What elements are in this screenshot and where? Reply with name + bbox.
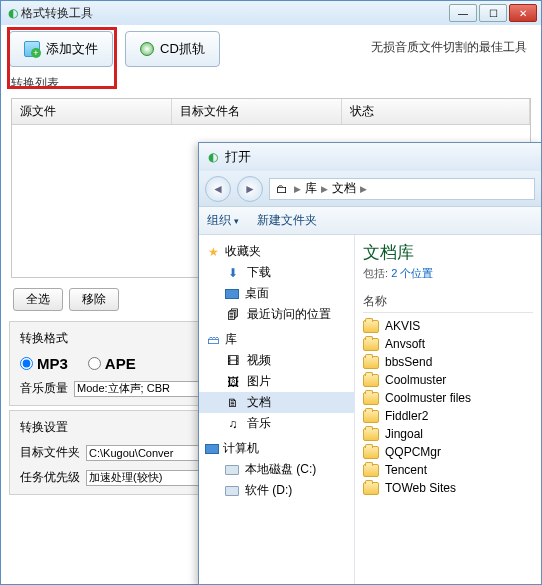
file-name: Fiddler2 xyxy=(385,409,428,423)
tree-videos[interactable]: 🎞视频 xyxy=(199,350,354,371)
computer-icon xyxy=(205,444,219,454)
library-title: 文档库 xyxy=(363,241,533,264)
add-file-icon xyxy=(24,41,40,57)
target-label: 目标文件夹 xyxy=(20,444,80,461)
file-pane: 文档库 包括: 2 个位置 名称 AKVISAnvsoftbbsSendCool… xyxy=(355,235,541,584)
star-icon: ★ xyxy=(205,244,221,260)
app-icon: ◐ xyxy=(5,5,21,21)
folder-icon xyxy=(363,482,379,495)
cd-rip-label: CD抓轨 xyxy=(160,40,205,58)
tree-pictures[interactable]: 🖼图片 xyxy=(199,371,354,392)
add-file-button[interactable]: 添加文件 xyxy=(9,31,113,67)
folder-icon xyxy=(363,428,379,441)
dialog-titlebar: ◐ 打开 xyxy=(199,143,541,171)
file-item[interactable]: TOWeb Sites xyxy=(363,479,533,497)
file-name: TOWeb Sites xyxy=(385,481,456,495)
titlebar: ◐ 格式转换工具 — ☐ ✕ xyxy=(1,1,541,25)
list-header: 源文件 目标文件名 状态 xyxy=(12,99,530,125)
chevron-icon: ▶ xyxy=(321,184,328,194)
document-icon: 🗎 xyxy=(225,395,241,411)
select-all-button[interactable]: 全选 xyxy=(13,288,63,311)
add-file-label: 添加文件 xyxy=(46,40,98,58)
tree-downloads[interactable]: ⬇下载 xyxy=(199,262,354,283)
file-item[interactable]: Coolmuster xyxy=(363,371,533,389)
file-item[interactable]: AKVIS xyxy=(363,317,533,335)
dialog-nav: ◄ ► 🗀 ▶ 库 ▶ 文档 ▶ xyxy=(199,171,541,207)
disk-icon xyxy=(225,465,239,475)
nav-tree: ★收藏夹 ⬇下载 桌面 🗐最近访问的位置 🗃库 🎞视频 🖼图片 🗎文档 ♫音乐 … xyxy=(199,235,355,584)
new-folder-button[interactable]: 新建文件夹 xyxy=(257,212,317,229)
folder-icon xyxy=(363,320,379,333)
radio-ape-input[interactable] xyxy=(88,357,101,370)
breadcrumb[interactable]: 🗀 ▶ 库 ▶ 文档 ▶ xyxy=(269,178,535,200)
tree-favorites[interactable]: ★收藏夹 xyxy=(199,241,354,262)
radio-mp3-input[interactable] xyxy=(20,357,33,370)
file-item[interactable]: QQPCMgr xyxy=(363,443,533,461)
file-item[interactable]: bbsSend xyxy=(363,353,533,371)
locations-link[interactable]: 2 个位置 xyxy=(391,267,433,279)
file-item[interactable]: Coolmuster files xyxy=(363,389,533,407)
file-item[interactable]: Fiddler2 xyxy=(363,407,533,425)
quality-label: 音乐质量 xyxy=(20,380,68,397)
file-list: AKVISAnvsoftbbsSendCoolmusterCoolmuster … xyxy=(363,317,533,497)
col-name-header[interactable]: 名称 xyxy=(363,291,533,313)
folder-icon xyxy=(363,392,379,405)
tree-computer[interactable]: 计算机 xyxy=(199,438,354,459)
col-status[interactable]: 状态 xyxy=(342,99,530,124)
file-item[interactable]: Tencent xyxy=(363,461,533,479)
folder-icon xyxy=(363,374,379,387)
chevron-icon: ▶ xyxy=(360,184,367,194)
organize-button[interactable]: 组织 xyxy=(207,212,239,229)
file-item[interactable]: Jingoal xyxy=(363,425,533,443)
tree-documents[interactable]: 🗎文档 xyxy=(199,392,354,413)
dialog-body: ★收藏夹 ⬇下载 桌面 🗐最近访问的位置 🗃库 🎞视频 🖼图片 🗎文档 ♫音乐 … xyxy=(199,235,541,584)
download-icon: ⬇ xyxy=(225,265,241,281)
nav-fwd-button[interactable]: ► xyxy=(237,176,263,202)
music-icon: ♫ xyxy=(225,416,241,432)
library-subtitle: 包括: 2 个位置 xyxy=(363,266,533,281)
remove-button[interactable]: 移除 xyxy=(69,288,119,311)
maximize-button[interactable]: ☐ xyxy=(479,4,507,22)
file-item[interactable]: Anvsoft xyxy=(363,335,533,353)
dialog-app-icon: ◐ xyxy=(205,149,221,165)
file-name: Jingoal xyxy=(385,427,423,441)
close-button[interactable]: ✕ xyxy=(509,4,537,22)
bc-current[interactable]: 文档 xyxy=(332,180,356,197)
tree-music[interactable]: ♫音乐 xyxy=(199,413,354,434)
cd-rip-button[interactable]: CD抓轨 xyxy=(125,31,220,67)
file-name: Coolmuster files xyxy=(385,391,471,405)
folder-icon: 🗀 xyxy=(274,181,290,197)
recent-icon: 🗐 xyxy=(225,307,241,323)
folder-icon xyxy=(363,464,379,477)
dialog-toolbar: 组织 新建文件夹 xyxy=(199,207,541,235)
file-name: bbsSend xyxy=(385,355,432,369)
window-title: 格式转换工具 xyxy=(21,5,447,22)
video-icon: 🎞 xyxy=(225,353,241,369)
tree-desktop[interactable]: 桌面 xyxy=(199,283,354,304)
folder-icon xyxy=(363,356,379,369)
desktop-icon xyxy=(225,289,239,299)
col-source[interactable]: 源文件 xyxy=(12,99,172,124)
dialog-title: 打开 xyxy=(221,148,535,166)
tree-soft-d[interactable]: 软件 (D:) xyxy=(199,480,354,501)
nav-back-button[interactable]: ◄ xyxy=(205,176,231,202)
tree-recent[interactable]: 🗐最近访问的位置 xyxy=(199,304,354,325)
tree-library[interactable]: 🗃库 xyxy=(199,329,354,350)
chevron-icon: ▶ xyxy=(294,184,301,194)
col-target[interactable]: 目标文件名 xyxy=(172,99,342,124)
file-name: Coolmuster xyxy=(385,373,446,387)
quality-input[interactable] xyxy=(74,381,218,397)
library-icon: 🗃 xyxy=(205,332,221,348)
file-name: Anvsoft xyxy=(385,337,425,351)
bc-root[interactable]: 库 xyxy=(305,180,317,197)
list-label: 转换列表 xyxy=(1,73,541,94)
radio-ape[interactable]: APE xyxy=(88,355,136,372)
radio-mp3[interactable]: MP3 xyxy=(20,355,68,372)
cd-icon xyxy=(140,42,154,56)
folder-icon xyxy=(363,410,379,423)
priority-label: 任务优先级 xyxy=(20,469,80,486)
open-dialog: ◐ 打开 ◄ ► 🗀 ▶ 库 ▶ 文档 ▶ 组织 新建文件夹 ★收藏夹 ⬇下载 … xyxy=(198,142,542,585)
disk-icon xyxy=(225,486,239,496)
minimize-button[interactable]: — xyxy=(449,4,477,22)
tree-local-c[interactable]: 本地磁盘 (C:) xyxy=(199,459,354,480)
